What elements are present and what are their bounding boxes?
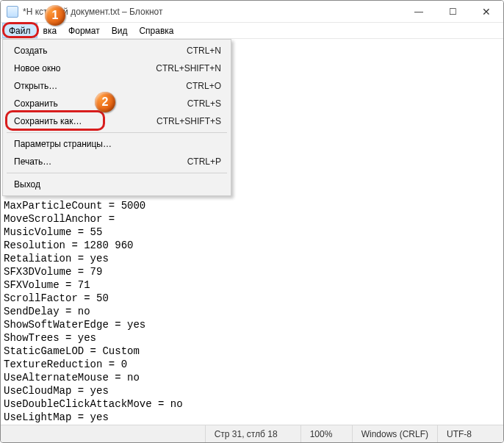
menu-item-label: Печать… xyxy=(14,156,187,167)
titlebar: *Н кстовый документ.txt – Блокнот — ☐ ✕ xyxy=(1,1,503,23)
menu-help[interactable]: Справка xyxy=(133,23,179,38)
window-buttons: — ☐ ✕ xyxy=(402,1,503,23)
menu-item-label: Создать xyxy=(14,46,187,56)
menu-item-label: Сохранить xyxy=(14,98,187,109)
menu-separator xyxy=(7,173,227,173)
menu-item-label: Выход xyxy=(14,179,221,190)
menu-item-shortcut: CTRL+O xyxy=(186,81,221,91)
menu-item-label: Новое окно xyxy=(14,63,156,73)
status-zoom: 100% xyxy=(300,425,352,442)
menu-item-shortcut: CTRL+N xyxy=(187,46,221,56)
status-eol: Windows (CRLF) xyxy=(352,425,437,442)
menu-item-shortcut: CTRL+S xyxy=(187,98,221,109)
statusbar: Стр 31, стлб 18 100% Windows (CRLF) UTF-… xyxy=(1,425,503,442)
notepad-icon xyxy=(7,6,18,18)
menu-item-save[interactable]: Сохранить CTRL+S xyxy=(5,95,228,112)
menu-item-new-window[interactable]: Новое окно CTRL+SHIFT+N xyxy=(5,60,228,77)
close-button[interactable]: ✕ xyxy=(469,1,503,23)
minimize-button[interactable]: — xyxy=(402,1,436,23)
menu-item-new[interactable]: Создать CTRL+N xyxy=(5,42,228,60)
menu-separator xyxy=(7,132,227,133)
menubar: Файл вка Формат Вид Справка xyxy=(1,23,503,39)
menu-item-exit[interactable]: Выход xyxy=(5,176,228,193)
menu-item-label: Сохранить как… xyxy=(14,116,156,126)
menu-format[interactable]: Формат xyxy=(62,23,106,38)
menu-item-save-as[interactable]: Сохранить как… CTRL+SHIFT+S xyxy=(5,112,228,130)
menu-item-shortcut: CTRL+SHIFT+S xyxy=(156,116,221,126)
status-encoding: UTF-8 xyxy=(437,425,503,442)
menu-item-page-setup[interactable]: Параметры страницы… xyxy=(5,135,228,153)
menu-item-open[interactable]: Открыть… CTRL+O xyxy=(5,77,228,95)
menu-item-shortcut: CTRL+SHIFT+N xyxy=(156,63,221,73)
menu-edit[interactable]: вка xyxy=(37,23,63,38)
menu-item-label: Параметры страницы… xyxy=(14,139,221,149)
status-cursor-pos: Стр 31, стлб 18 xyxy=(205,425,300,442)
menu-item-print[interactable]: Печать… CTRL+P xyxy=(5,153,228,170)
menu-file[interactable]: Файл xyxy=(2,23,37,38)
maximize-button[interactable]: ☐ xyxy=(436,1,469,23)
window-title: *Н кстовый документ.txt – Блокнот xyxy=(23,7,402,17)
menu-view[interactable]: Вид xyxy=(106,23,134,38)
menu-item-label: Открыть… xyxy=(14,81,186,91)
file-menu-dropdown: Создать CTRL+N Новое окно CTRL+SHIFT+N О… xyxy=(2,39,231,196)
menu-item-shortcut: CTRL+P xyxy=(187,156,221,167)
